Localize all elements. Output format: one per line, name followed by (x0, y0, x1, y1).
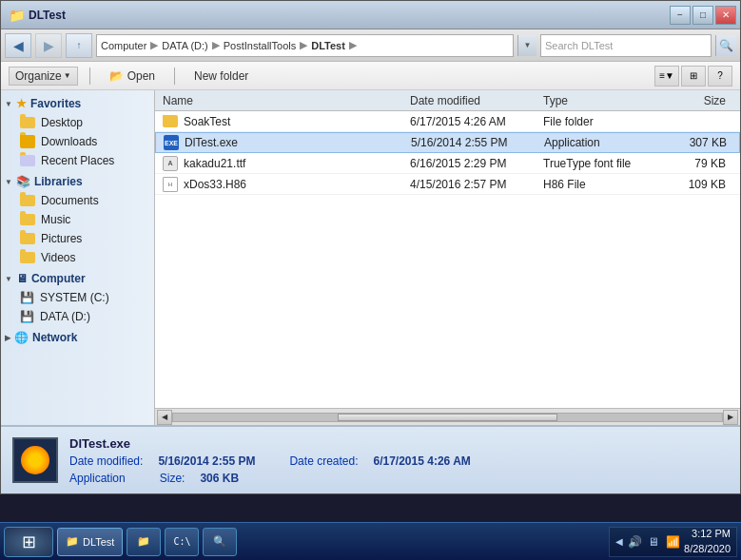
sidebar-computer-header[interactable]: ▼ 🖥 Computer (1, 269, 154, 288)
minimize-button[interactable]: − (670, 6, 691, 25)
address-computer: Computer (101, 40, 146, 51)
back-icon: ◀ (13, 38, 24, 53)
close-button[interactable]: ✕ (715, 6, 736, 25)
file-name-xdos: H xDos33.H86 (159, 177, 406, 192)
hscroll-track[interactable] (172, 413, 723, 422)
status-size-label: Size: (160, 472, 185, 485)
new-folder-button[interactable]: New folder (186, 68, 256, 85)
sidebar-item-documents[interactable]: Documents (1, 191, 154, 210)
back-button[interactable]: ◀ (5, 33, 31, 58)
sidebar-item-system-c[interactable]: 💾 SYSTEM (C:) (1, 288, 154, 307)
ttf-icon: A (163, 156, 178, 171)
sidebar-favorites-label: Favorites (30, 97, 81, 110)
column-header-date[interactable]: Date modified (406, 94, 539, 107)
address-data: DATA (D:) (162, 40, 207, 51)
file-type-xdos: H86 File (539, 178, 653, 191)
column-header-name[interactable]: Name (159, 94, 406, 107)
table-row[interactable]: H xDos33.H86 4/15/2016 2:57 PM H86 File … (155, 174, 740, 195)
sidebar-item-music[interactable]: Music (1, 210, 154, 229)
address-sep2: ▶ (212, 39, 220, 51)
sidebar-network-header[interactable]: ▶ 🌐 Network (1, 328, 154, 347)
table-row[interactable]: SoakTest 6/17/2015 4:26 AM File folder (155, 111, 740, 132)
sidebar-libraries-header[interactable]: ▼ 📚 Libraries (1, 172, 154, 191)
window-icon: 📁 (9, 8, 25, 23)
taskbar-search-icon: 🔍 (213, 535, 226, 548)
sidebar-item-recent-places[interactable]: Recent Places (1, 151, 154, 170)
file-date-xdos: 4/15/2016 2:57 PM (406, 178, 539, 191)
table-row[interactable]: EXE DlTest.exe 5/16/2014 2:55 PM Applica… (155, 132, 740, 153)
taskbar-terminal-icon: C:\ (173, 536, 190, 547)
address-bar[interactable]: Computer ▶ DATA (D:) ▶ PostInstallTools … (96, 34, 514, 57)
sidebar-item-desktop[interactable]: Desktop (1, 113, 154, 132)
open-file-icon: 📂 (109, 69, 124, 83)
taskbar-btn-label: DLTest (83, 536, 114, 548)
tray-network-icon[interactable]: 📶 (665, 534, 680, 550)
sidebar-item-data-d-label: DATA (D:) (40, 310, 90, 323)
help-button[interactable]: ? (708, 66, 732, 87)
sidebar-item-pictures[interactable]: Pictures (1, 229, 154, 248)
system-c-icon: 💾 (20, 291, 34, 304)
table-row[interactable]: A kakadu21.ttf 6/16/2015 2:29 PM TrueTyp… (155, 153, 740, 174)
taskbar-folder2-icon: 📁 (137, 535, 150, 548)
start-button[interactable]: ⊞ (4, 527, 53, 557)
status-meta-row-2: Application Size: 306 KB (69, 472, 471, 485)
action-separator-1 (89, 68, 90, 85)
column-header-type[interactable]: Type (539, 94, 653, 107)
downloads-icon (20, 135, 35, 148)
sidebar-network-section: ▶ 🌐 Network (1, 328, 154, 347)
taskbar-terminal-button[interactable]: C:\ (165, 528, 199, 556)
explorer-window: 📁 DLTest − □ ✕ ◀ ▶ ↑ Computer ▶ DATA (D:… (0, 0, 741, 494)
desktop-icon (20, 117, 35, 128)
window-title: DLTest (29, 9, 66, 22)
taskbar-search-button[interactable]: 🔍 (203, 528, 237, 556)
hscroll-right-button[interactable]: ▶ (723, 410, 738, 425)
libraries-expand-icon: ▼ (5, 178, 12, 186)
open-button[interactable]: 📂 Open (102, 68, 163, 85)
forward-button[interactable]: ▶ (35, 33, 62, 58)
status-size-value: 306 KB (200, 472, 239, 485)
forward-icon: ▶ (44, 38, 54, 53)
search-placeholder: Search DLTest (545, 40, 613, 51)
new-folder-label: New folder (194, 69, 248, 83)
address-toolbar: ◀ ▶ ↑ Computer ▶ DATA (D:) ▶ PostInstall… (1, 29, 740, 62)
sidebar-item-data-d[interactable]: 💾 DATA (D:) (1, 307, 154, 326)
file-type-dltest: Application (540, 136, 654, 149)
hscroll-thumb[interactable] (338, 414, 557, 421)
sidebar-favorites-header[interactable]: ▼ ★ Favorites (1, 94, 154, 113)
column-headers: Name Date modified Type Size (155, 90, 740, 111)
address-dropdown-button[interactable]: ▼ (517, 35, 536, 56)
sidebar-item-pictures-label: Pictures (41, 232, 82, 245)
status-date-created-value: 6/17/2015 4:26 AM (374, 454, 471, 468)
libraries-icon: 📚 (16, 175, 30, 188)
search-button[interactable]: 🔍 (715, 35, 736, 56)
organize-button[interactable]: Organize ▼ (9, 67, 78, 86)
sidebar-item-videos[interactable]: Videos (1, 248, 154, 267)
maximize-button[interactable]: □ (692, 6, 713, 25)
action-bar: Organize ▼ 📂 Open New folder ≡▼ ⊞ ? (1, 62, 740, 90)
taskbar-folder2-button[interactable]: 📁 (127, 528, 161, 556)
taskbar-folder-icon: 📁 (66, 535, 79, 548)
file-type-soaktest: File folder (539, 115, 653, 128)
hscroll-left-button[interactable]: ◀ (157, 410, 172, 425)
computer-expand-icon: ▼ (5, 275, 12, 283)
system-clock: 3:12 PM 8/28/2020 (684, 527, 731, 556)
up-button[interactable]: ↑ (66, 33, 92, 58)
search-bar[interactable]: Search DLTest (540, 34, 712, 57)
tray-hide-icon[interactable]: ◀ (615, 536, 623, 547)
address-current: DLTest (311, 40, 345, 51)
computer-icon: 🖥 (16, 272, 28, 285)
column-header-size[interactable]: Size (653, 94, 730, 107)
open-label: Open (127, 69, 155, 83)
address-sep1: ▶ (150, 39, 158, 51)
tray-volume-icon[interactable]: 🔊 (627, 534, 642, 550)
status-bar: DlTest.exe Date modified: 5/16/2014 2:55… (1, 425, 740, 493)
tray-monitor-icon[interactable]: 🖥 (646, 534, 661, 550)
file-size-xdos: 109 KB (653, 178, 730, 191)
sidebar-item-downloads[interactable]: Downloads (1, 132, 154, 151)
view-dropdown-button[interactable]: ≡▼ (654, 66, 679, 87)
view-controls: ≡▼ ⊞ ? (654, 66, 732, 87)
address-tools: PostInstallTools (224, 40, 296, 51)
preview-pane-button[interactable]: ⊞ (681, 66, 706, 87)
horizontal-scrollbar[interactable]: ◀ ▶ (155, 408, 740, 425)
taskbar-explorer-button[interactable]: 📁 DLTest (57, 528, 123, 556)
